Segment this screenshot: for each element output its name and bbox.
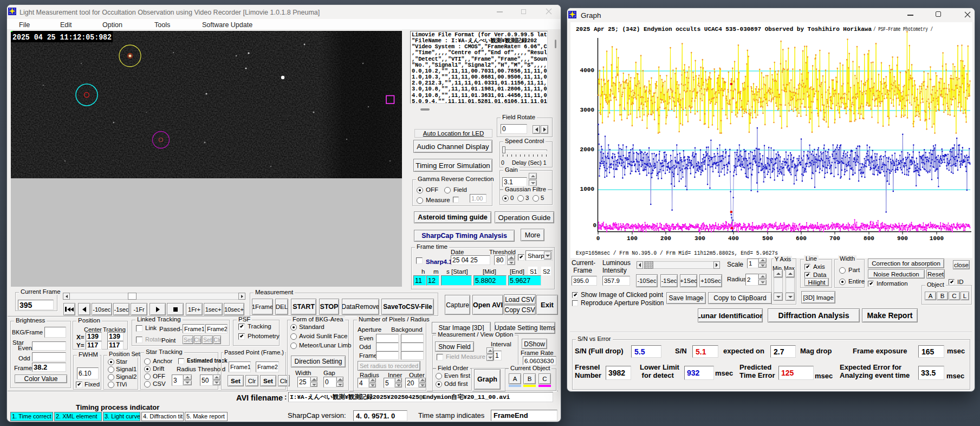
svg-text:500: 500 [762,235,773,242]
svg-text:0: 0 [596,235,600,242]
svg-text:600: 600 [796,235,807,242]
svg-text:1000: 1000 [930,235,944,242]
svg-text:0: 0 [593,222,596,229]
svg-text:1000: 1000 [580,186,594,192]
svg-text:2025 Apr 25; (342) Endymion oc: 2025 Apr 25; (342) Endymion occults UCAC… [576,26,872,33]
svg-text:2000: 2000 [580,146,594,153]
svg-text:3000: 3000 [580,107,594,113]
svg-text:Exp=165msec / Frm No.395.0 / F: Exp=165msec / Frm No.395.0 / Frm Mid= 11… [576,250,778,256]
svg-text:700: 700 [829,235,840,242]
svg-text:200: 200 [660,235,671,242]
svg-text:4000: 4000 [580,67,594,74]
svg-text:2025 04 25 11:12:05:982: 2025 04 25 11:12:05:982 [12,33,112,42]
svg-text:800: 800 [864,235,874,242]
svg-text:900: 900 [897,235,908,242]
svg-text:300: 300 [695,235,705,242]
svg-text:100: 100 [627,235,638,242]
svg-text:/ PSF-Frame Photometry /: / PSF-Frame Photometry / [873,26,933,33]
svg-text:400: 400 [728,235,739,242]
